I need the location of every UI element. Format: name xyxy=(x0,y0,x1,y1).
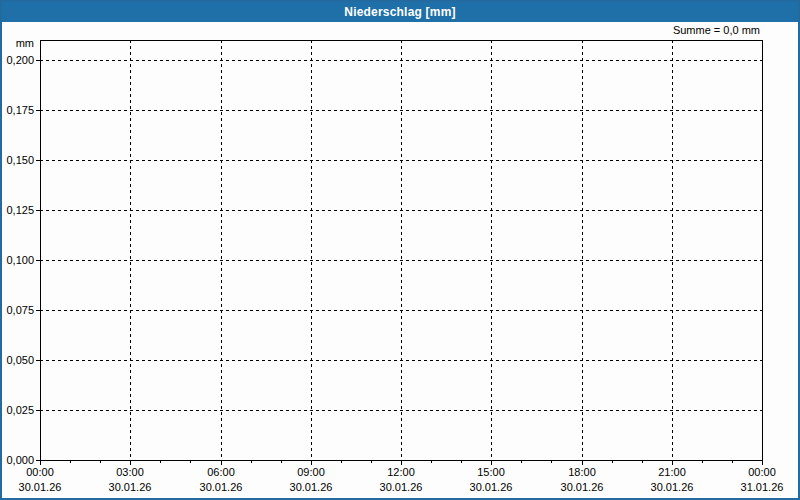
x-time-label: 00:00 xyxy=(26,466,54,478)
y-unit-label: mm xyxy=(16,37,34,49)
x-date-label: 31.01.26 xyxy=(741,481,784,493)
y-tick-label: 0,100 xyxy=(6,254,34,266)
chart-window: Niederschlag [mm] 0,0000,0250,0500,0750,… xyxy=(0,0,800,500)
x-date-label: 30.01.26 xyxy=(561,481,604,493)
y-tick-label: 0,075 xyxy=(6,304,34,316)
y-tick-label: 0,125 xyxy=(6,204,34,216)
x-date-label: 30.01.26 xyxy=(200,481,243,493)
x-time-label: 03:00 xyxy=(116,466,144,478)
y-tick-label: 0,050 xyxy=(6,354,34,366)
x-date-label: 30.01.26 xyxy=(19,481,62,493)
x-time-label: 15:00 xyxy=(477,466,505,478)
x-time-label: 21:00 xyxy=(658,466,686,478)
sum-label: Summe = 0,0 mm xyxy=(673,24,760,36)
y-tick-label: 0,175 xyxy=(6,104,34,116)
y-tick-label: 0,000 xyxy=(6,454,34,466)
plot-area: 0,0000,0250,0500,0750,1000,1250,1500,175… xyxy=(2,2,798,498)
x-time-label: 12:00 xyxy=(387,466,415,478)
y-tick-label: 0,150 xyxy=(6,154,34,166)
x-time-label: 06:00 xyxy=(207,466,235,478)
x-time-label: 18:00 xyxy=(568,466,596,478)
y-tick-label: 0,025 xyxy=(6,404,34,416)
x-date-label: 30.01.26 xyxy=(470,481,513,493)
x-date-label: 30.01.26 xyxy=(290,481,333,493)
x-date-label: 30.01.26 xyxy=(109,481,152,493)
x-time-label: 09:00 xyxy=(297,466,325,478)
x-date-label: 30.01.26 xyxy=(651,481,694,493)
y-tick-label: 0,200 xyxy=(6,54,34,66)
x-date-label: 30.01.26 xyxy=(380,481,423,493)
x-time-label: 00:00 xyxy=(748,466,776,478)
